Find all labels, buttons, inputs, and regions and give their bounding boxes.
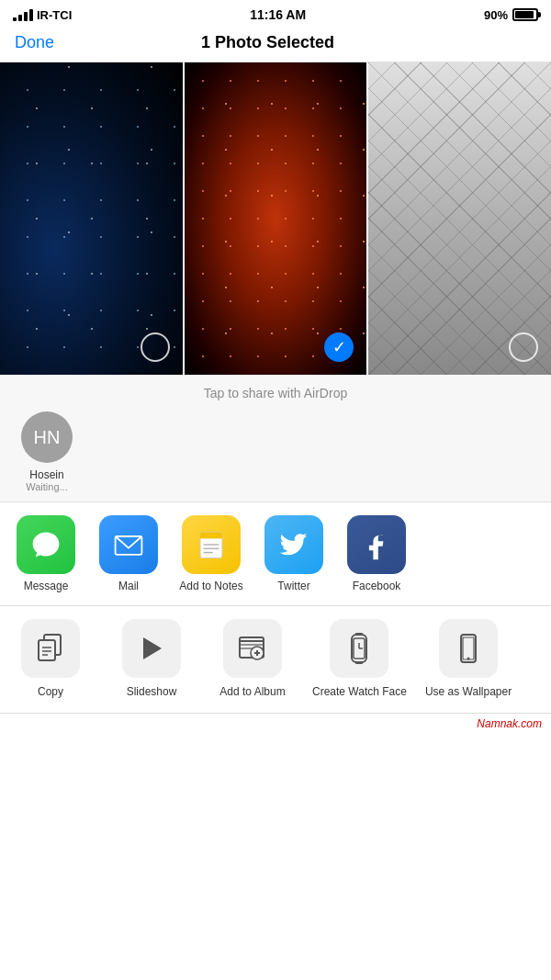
create-watch-face-icon-wrapper	[330, 619, 388, 678]
action-add-to-album[interactable]: Add to Album	[202, 619, 303, 700]
status-bar: IR-TCI 11:16 AM 90%	[0, 0, 551, 28]
airdrop-status: Waiting...	[26, 481, 67, 492]
done-button[interactable]: Done	[15, 33, 54, 52]
use-as-wallpaper-icon-wrapper	[439, 619, 498, 678]
status-time: 11:16 AM	[250, 7, 306, 22]
facebook-label: Facebook	[353, 580, 401, 592]
share-app-facebook[interactable]: Facebook	[340, 515, 413, 592]
copy-icon-wrapper	[21, 619, 80, 678]
use-as-wallpaper-icon	[453, 633, 484, 664]
svg-rect-24	[355, 633, 363, 636]
action-copy[interactable]: Copy	[0, 619, 101, 700]
notes-label: Add to Notes	[179, 580, 242, 592]
copy-icon	[35, 633, 66, 664]
slideshow-icon	[136, 633, 167, 664]
battery-area: 90%	[484, 8, 538, 22]
share-app-message[interactable]: Message	[9, 515, 83, 592]
selection-circle-1[interactable]	[141, 332, 170, 362]
battery-percent: 90%	[484, 8, 508, 22]
mail-icon	[99, 515, 158, 574]
svg-rect-8	[39, 640, 55, 660]
page-title: 1 Photo Selected	[201, 33, 334, 52]
message-label: Message	[24, 580, 69, 592]
svg-rect-27	[463, 637, 474, 659]
photo-bg-1	[0, 62, 183, 375]
action-use-as-wallpaper[interactable]: Use as Wallpaper	[416, 619, 521, 700]
photo-bg-3	[368, 62, 551, 375]
use-as-wallpaper-label: Use as Wallpaper	[425, 685, 512, 700]
airdrop-person-hosein[interactable]: HN Hosein Waiting...	[15, 411, 79, 492]
twitter-icon	[264, 515, 323, 574]
notes-icon	[182, 515, 241, 574]
slideshow-icon-wrapper	[122, 619, 181, 678]
photo-cell-2[interactable]: ✓	[183, 62, 367, 375]
mail-label: Mail	[118, 580, 139, 592]
message-icon	[17, 515, 75, 574]
action-create-watch-face[interactable]: Create Watch Face	[303, 619, 416, 700]
svg-rect-25	[355, 661, 363, 664]
airdrop-name: Hosein	[29, 468, 63, 481]
twitter-label: Twitter	[277, 580, 309, 592]
action-slideshow[interactable]: Slideshow	[101, 619, 202, 700]
create-watch-face-icon	[343, 633, 375, 664]
nav-bar: Done 1 Photo Selected	[0, 28, 551, 62]
add-to-album-label: Add to Album	[219, 685, 285, 700]
watermark: Namnak.com	[0, 714, 551, 734]
create-watch-face-label: Create Watch Face	[312, 685, 407, 700]
battery-fill	[515, 11, 534, 18]
add-to-album-icon-wrapper	[223, 619, 282, 678]
battery-icon	[512, 8, 538, 21]
carrier-signal: IR-TCI	[13, 8, 72, 22]
share-apps-row: Message Mail Add to Notes	[0, 502, 551, 606]
slideshow-label: Slideshow	[127, 685, 177, 700]
svg-marker-12	[143, 637, 162, 659]
carrier-name: IR-TCI	[37, 8, 72, 22]
signal-icon	[13, 9, 33, 21]
share-app-twitter[interactable]: Twitter	[257, 515, 331, 592]
airdrop-label: Tap to share with AirDrop	[15, 386, 536, 400]
airdrop-section: Tap to share with AirDrop HN Hosein Wait…	[0, 375, 551, 502]
svg-point-28	[467, 658, 470, 660]
facebook-icon	[347, 515, 406, 574]
airdrop-people: HN Hosein Waiting...	[15, 411, 536, 492]
add-to-album-icon	[237, 633, 268, 664]
selection-circle-3[interactable]	[509, 332, 538, 362]
share-app-mail[interactable]: Mail	[92, 515, 165, 592]
copy-label: Copy	[38, 685, 63, 700]
share-app-notes[interactable]: Add to Notes	[174, 515, 248, 592]
check-icon: ✓	[332, 339, 346, 355]
photo-cell-3[interactable]	[366, 62, 551, 375]
photo-cell-1[interactable]	[0, 62, 183, 375]
photo-bg-2	[185, 62, 367, 375]
actions-row: Copy Slideshow Add to Album	[0, 606, 551, 714]
photo-grid: ✓	[0, 62, 551, 375]
avatar: HN	[21, 411, 73, 463]
svg-rect-3	[200, 536, 222, 539]
